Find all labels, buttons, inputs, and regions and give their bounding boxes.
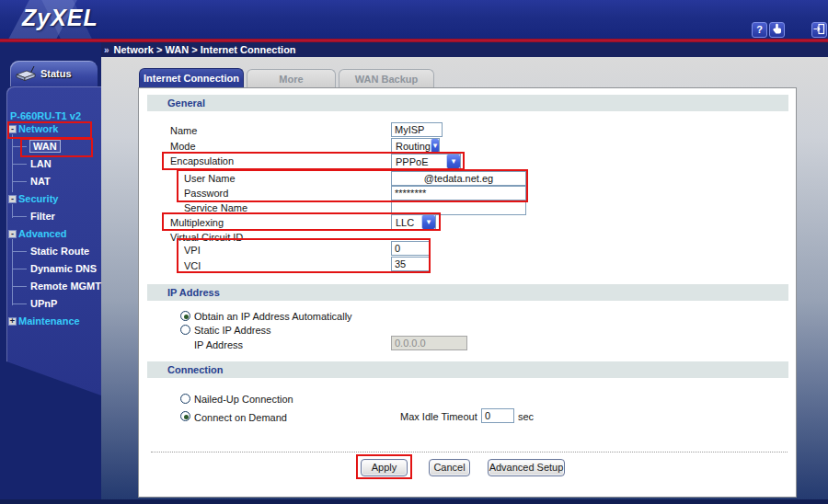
chevron-down-icon: ▾ (431, 139, 439, 153)
vpi-label: VPI (184, 245, 201, 256)
connect-on-demand-radio[interactable] (180, 411, 190, 421)
bottom-bar (0, 499, 828, 504)
obtain-ip-label: Obtain an IP Address Automatically (194, 311, 352, 322)
advanced-setup-button[interactable]: Advanced Setup (488, 459, 565, 476)
sidebar-item-remote-mgmt[interactable]: Remote MGMT (0, 278, 101, 295)
collapse-icon[interactable]: - (8, 125, 17, 133)
username-input[interactable] (391, 171, 526, 186)
collapse-icon[interactable]: - (8, 195, 17, 203)
static-ip-label: Static IP Address (194, 325, 271, 336)
ip-address-input (391, 336, 467, 350)
apply-button[interactable]: Apply (361, 459, 408, 476)
hand-pointer-icon (771, 23, 783, 35)
help-icon[interactable]: ? (752, 22, 767, 38)
encapsulation-select[interactable]: PPPoE ▾ (391, 154, 461, 169)
collapse-icon[interactable]: - (8, 230, 17, 238)
nailed-up-radio[interactable] (180, 394, 190, 404)
sidebar-item-security[interactable]: - Security (0, 190, 101, 208)
vci-input[interactable] (391, 257, 430, 271)
mode-select[interactable]: Routing ▾ (391, 138, 440, 154)
app-header: ZyXEL ? (0, 0, 828, 39)
encapsulation-label: Encapsulation (170, 155, 234, 166)
sidebar-item-lan[interactable]: LAN (0, 155, 101, 173)
ip-address-label: IP Address (194, 339, 243, 350)
section-general: General (147, 95, 788, 111)
wizard-hand-icon[interactable] (769, 22, 785, 38)
obtain-ip-radio[interactable] (180, 311, 190, 321)
breadcrumb: »Network > WAN > Internet Connection (97, 42, 828, 57)
breadcrumb-text: Network > WAN > Internet Connection (114, 44, 296, 55)
section-ip-address: IP Address (147, 284, 788, 301)
sidebar-item-maintenance[interactable]: + Maintenance (0, 313, 101, 330)
sidebar-tree: - Network WAN LAN NAT - Security Filter … (0, 120, 101, 330)
mode-label: Mode (170, 141, 196, 152)
service-name-label: Service Name (184, 202, 247, 213)
status-button[interactable]: Status (10, 61, 98, 86)
sidebar-item-nat[interactable]: NAT (0, 173, 101, 190)
multiplexing-select[interactable]: LLC ▾ (391, 214, 436, 230)
breadcrumb-arrow-icon: » (104, 45, 109, 55)
sidebar-item-filter[interactable]: Filter (0, 208, 101, 225)
router-admin-page: ZyXEL ? »Network > WAN > Internet Connec… (0, 0, 828, 504)
max-idle-timeout-label: Max Idle Timeout (400, 411, 477, 422)
max-idle-timeout-input[interactable] (481, 408, 514, 423)
cancel-button[interactable]: Cancel (429, 459, 470, 476)
connect-on-demand-label: Connect on Demand (194, 412, 287, 423)
password-input[interactable] (391, 186, 526, 200)
sidebar-item-network[interactable]: - Network (0, 120, 101, 138)
vpi-input[interactable] (391, 241, 430, 256)
service-name-input[interactable] (391, 200, 526, 215)
sidebar-item-dynamic-dns[interactable]: Dynamic DNS (0, 260, 101, 278)
sidebar-item-wan[interactable]: WAN (0, 138, 101, 155)
tab-internet-connection[interactable]: Internet Connection (139, 68, 244, 87)
section-connection: Connection (147, 361, 788, 378)
sidebar-item-advanced[interactable]: - Advanced (0, 225, 101, 243)
vci-label: VCI (184, 260, 201, 271)
exit-door-icon (813, 23, 825, 35)
username-label: User Name (184, 173, 236, 184)
chevron-down-icon: ▾ (446, 155, 460, 168)
timeout-unit-label: sec (518, 411, 534, 422)
nailed-up-label: Nailed-Up Connection (194, 394, 293, 405)
sidebar-item-static-route[interactable]: Static Route (0, 243, 101, 260)
tab-more-connections[interactable]: More Connections (247, 69, 336, 87)
virtual-circuit-id-label: Virtual Circuit ID (170, 232, 243, 243)
password-label: Password (184, 188, 228, 199)
status-label: Status (40, 68, 72, 79)
expand-icon[interactable]: + (8, 317, 17, 326)
chevron-down-icon: ▾ (421, 215, 435, 229)
multiplexing-label: Multiplexing (170, 217, 224, 228)
tab-wan-backup-setup[interactable]: WAN Backup Setup (339, 69, 434, 87)
logout-icon[interactable] (811, 22, 827, 38)
zyxel-logo: ZyXEL (22, 5, 98, 31)
divider (151, 452, 788, 452)
static-ip-radio[interactable] (180, 325, 190, 335)
router-icon (15, 65, 37, 82)
name-label: Name (170, 125, 197, 136)
sidebar-item-upnp[interactable]: UPnP (0, 295, 101, 313)
name-input[interactable] (391, 122, 443, 137)
